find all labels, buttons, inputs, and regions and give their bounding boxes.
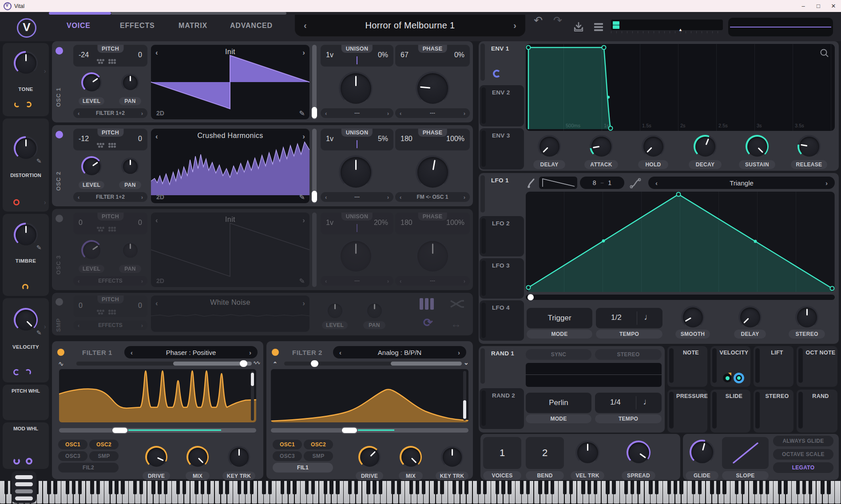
osc1-dest-a[interactable]: --- [354,110,360,116]
osc2-pitch-box[interactable]: PITCH -12 0 [73,129,147,150]
prev-icon[interactable]: ‹ [131,349,133,356]
filter1-power-button[interactable] [57,349,64,356]
osc1-unison-detune[interactable]: 0% [378,51,388,59]
timbre-edit-icon[interactable]: ✎ [36,244,42,251]
piano-key-black[interactable] [637,481,640,494]
piano-key-black[interactable] [182,481,186,494]
next-icon[interactable]: › [387,110,389,117]
lfo-mode-selector[interactable]: Trigger [527,308,592,328]
piano-key-black[interactable] [139,481,143,494]
source-pressure[interactable]: PRESSURE [667,390,707,433]
next-icon[interactable]: › [387,194,389,201]
preset-next-icon[interactable]: › [513,20,516,31]
osc3-level-knob[interactable] [81,240,102,260]
piano-key-black[interactable] [293,481,296,494]
osc2-phase[interactable]: 180 [401,135,413,143]
preset-browser[interactable]: ‹ Horror of Melbourne 1 › [295,15,525,36]
filter1-chain-fil2[interactable]: FIL2 [58,463,119,472]
prev-icon[interactable]: ‹ [400,110,401,117]
source-rand[interactable]: RAND [797,390,837,433]
piano-key-black[interactable] [53,481,57,494]
spread-knob[interactable] [627,441,651,465]
piano-key-black[interactable] [679,481,683,494]
distortion-edit-icon[interactable]: ✎ [36,158,42,165]
piano-key-black[interactable] [809,481,812,494]
piano-key-black[interactable] [722,481,726,494]
piano-key-black[interactable] [4,481,8,494]
piano-key-black[interactable] [827,481,830,494]
osc2-morph-handle[interactable] [312,191,317,202]
piano-key-black[interactable] [587,481,591,494]
next-icon[interactable]: › [141,322,143,329]
env-zoom-icon[interactable] [820,48,829,58]
voices-value[interactable]: 1 [500,447,505,459]
next-icon[interactable]: › [387,278,389,284]
piano-key-black[interactable] [655,481,659,494]
osc1-phase-knob[interactable] [416,71,449,105]
tone-knob[interactable] [14,51,38,75]
piano-key-black[interactable] [501,481,505,494]
piano-key-black[interactable] [354,481,358,494]
lfo-stereo-knob[interactable] [795,306,818,329]
osc1-morph-handle[interactable] [312,107,317,118]
lfo-grid-cols[interactable]: 1 [608,179,611,186]
source-lift[interactable]: LIFT [754,346,793,387]
osc2-unison-detune[interactable]: 5% [378,135,388,143]
undo-icon[interactable]: ↶ [534,15,543,26]
expand-chevron-icon2[interactable]: › [44,199,46,206]
osc3-pan-knob[interactable] [121,241,139,259]
osc3-dest-b[interactable]: --- [430,278,435,284]
osc3-power-button[interactable] [56,215,63,222]
filter2-scroll-handle[interactable] [463,400,466,419]
filter1-input-osc2[interactable]: OSC2 [89,440,119,449]
osc2-phase-dest-selector[interactable]: ‹ FM <- OSC 1 › [395,192,470,202]
piano-key-black[interactable] [225,481,229,494]
vel-trk-knob[interactable] [575,441,599,465]
source-velocity[interactable]: VELOCITY [710,346,750,387]
next-icon[interactable]: › [464,110,465,117]
osc3-view-mode[interactable]: 2D [156,277,164,284]
osc2-morph-slider[interactable] [312,129,317,203]
source-stereo[interactable]: STEREO [754,390,793,433]
osc1-tune[interactable]: 0 [138,51,142,59]
piano-key-black[interactable] [391,481,395,494]
osc1-unison-dest-selector[interactable]: ‹ --- › [321,108,393,118]
piano-key-black[interactable] [409,481,413,494]
prev-icon[interactable]: ‹ [325,194,327,201]
prev-icon[interactable]: ‹ [78,278,79,284]
rand-mode-selector[interactable]: Perlin [526,393,591,413]
filter2-blend-slider[interactable] [284,362,462,366]
osc3-routing[interactable]: EFFECTS [98,278,123,284]
piano-key-black[interactable] [151,481,155,494]
piano-key-black[interactable] [692,481,695,494]
piano-key-black[interactable] [176,481,180,494]
prev-icon[interactable]: ‹ [78,194,79,201]
osc1-unison-knob[interactable] [339,71,373,105]
filter1-model-selector[interactable]: ‹ Phaser : Positive › [124,346,258,358]
piano-key-black[interactable] [624,481,628,494]
piano-key-black[interactable] [716,481,720,494]
prev-icon[interactable]: ‹ [339,349,341,356]
rand-tempo-note-icon[interactable]: ♩ [643,397,652,407]
bend-value-box[interactable]: 2 [526,437,564,469]
glide-knob[interactable] [690,440,714,465]
prev-icon[interactable]: ‹ [78,110,79,117]
rand-tempo-value[interactable]: 1/4 [610,398,621,407]
tab-voice[interactable]: VOICE [67,22,91,30]
piano-key-black[interactable] [631,481,634,494]
piano-key-black[interactable] [287,481,290,494]
filter1-response-display[interactable] [59,369,256,422]
filter1-drive-knob[interactable] [145,446,167,468]
piano-key-black[interactable] [496,481,499,494]
osc1-power-button[interactable] [56,47,63,55]
piano-key-black[interactable] [710,481,714,494]
osc3-unison-dest-selector[interactable]: ‹ --- › [321,276,393,286]
lfo-shape-preview[interactable] [539,177,577,189]
piano-key-black[interactable] [324,481,327,494]
smp-routing-selector[interactable]: ‹ EFFECTS › [73,320,147,330]
osc2-routing[interactable]: FILTER 1+2 [96,194,125,200]
close-button[interactable]: ✕ [826,0,841,12]
smp-tune[interactable]: 0 [138,302,142,310]
lfo-tempo-value[interactable]: 1/2 [611,313,622,322]
smp-wave-display[interactable]: ‹ › White Noise [151,295,309,332]
